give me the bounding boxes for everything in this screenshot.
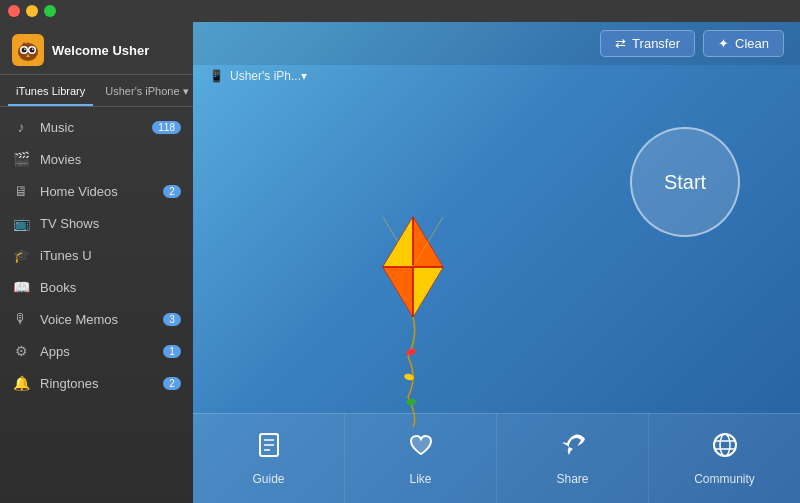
guide-icon [255,431,283,466]
sidebar-item-movies[interactable]: 🎬 Movies [0,143,193,175]
sidebar-tabs: iTunes Library Usher's iPhone ▾ [0,81,193,107]
badge-home-videos: 2 [163,185,181,198]
svg-point-5 [24,48,26,50]
badge-music: 118 [152,121,181,134]
main-toolbar: ⇄ Transfer ✦ Clean [193,22,800,65]
badge-voice-memos: 3 [163,313,181,326]
svg-marker-14 [413,267,443,317]
device-icon: 📱 [209,69,224,83]
bottom-item-label-like: Like [409,472,431,486]
main-center: Start [193,87,800,413]
transfer-label: Transfer [632,36,680,51]
bottom-item-label-share: Share [556,472,588,486]
movies-icon: 🎬 [12,150,30,168]
apps-icon: ⚙ [12,342,30,360]
music-icon: ♪ [12,118,30,136]
tv-shows-icon: 📺 [12,214,30,232]
device-bar: 📱 Usher's iPh...▾ [193,65,800,87]
clean-label: Clean [735,36,769,51]
transfer-icon: ⇄ [615,36,626,51]
sidebar-item-label-movies: Movies [40,152,181,167]
sidebar-item-label-books: Books [40,280,181,295]
sidebar-item-label-ringtones: Ringtones [40,376,153,391]
app-title: Welcome Usher [52,43,149,58]
bottom-item-like[interactable]: Like [345,414,497,503]
books-icon: 📖 [12,278,30,296]
sidebar-item-voice-memos[interactable]: 🎙 Voice Memos 3 [0,303,193,335]
close-button[interactable] [8,5,20,17]
sidebar: Welcome Usher iTunes Library Usher's iPh… [0,22,193,503]
svg-point-6 [32,48,34,50]
community-icon [711,431,739,466]
bottom-item-community[interactable]: Community [649,414,800,503]
svg-point-3 [22,48,27,53]
sidebar-item-label-voice-memos: Voice Memos [40,312,153,327]
sidebar-item-label-apps: Apps [40,344,153,359]
sidebar-item-apps[interactable]: ⚙ Apps 1 [0,335,193,367]
svg-marker-15 [383,267,413,317]
device-label: Usher's iPh...▾ [230,69,307,83]
sidebar-item-music[interactable]: ♪ Music 118 [0,111,193,143]
sidebar-item-label-itunes-u: iTunes U [40,248,181,263]
transfer-button[interactable]: ⇄ Transfer [600,30,695,57]
sidebar-item-itunes-u[interactable]: 🎓 iTunes U [0,239,193,271]
share-icon [559,431,587,466]
sidebar-item-label-music: Music [40,120,142,135]
sidebar-header: Welcome Usher [0,22,193,75]
owl-icon-svg [15,37,41,63]
svg-point-20 [406,398,417,406]
clean-button[interactable]: ✦ Clean [703,30,784,57]
sidebar-item-books[interactable]: 📖 Books [0,271,193,303]
like-icon [407,431,435,466]
badge-ringtones: 2 [163,377,181,390]
tab-itunes-library[interactable]: iTunes Library [8,81,93,106]
sidebar-item-tv-shows[interactable]: 📺 TV Shows [0,207,193,239]
tab-device[interactable]: Usher's iPhone ▾ [97,81,193,106]
kite-decoration [363,207,463,427]
bottom-item-guide[interactable]: Guide [193,414,345,503]
voice-memos-icon: 🎙 [12,310,30,328]
svg-point-4 [30,48,35,53]
bottom-item-share[interactable]: Share [497,414,649,503]
sidebar-item-ringtones[interactable]: 🔔 Ringtones 2 [0,367,193,399]
bottom-bar: Guide Like Share Community [193,413,800,503]
bottom-item-label-guide: Guide [252,472,284,486]
badge-apps: 1 [163,345,181,358]
app-logo [12,34,44,66]
svg-point-28 [720,434,730,456]
home-videos-icon: 🖥 [12,182,30,200]
svg-point-27 [714,434,736,456]
bottom-item-label-community: Community [694,472,755,486]
itunes-u-icon: 🎓 [12,246,30,264]
sidebar-item-home-videos[interactable]: 🖥 Home Videos 2 [0,175,193,207]
sidebar-item-label-home-videos: Home Videos [40,184,153,199]
main-content: ⇄ Transfer ✦ Clean 📱 Usher's iPh...▾ Sta… [193,22,800,503]
maximize-button[interactable] [44,5,56,17]
title-bar [0,0,800,22]
app-body: Welcome Usher iTunes Library Usher's iPh… [0,22,800,503]
ringtones-icon: 🔔 [12,374,30,392]
minimize-button[interactable] [26,5,38,17]
clean-icon: ✦ [718,36,729,51]
sidebar-menu: ♪ Music 118 🎬 Movies 🖥 Home Videos 2 📺 T… [0,107,193,503]
kite-svg [363,207,463,427]
sidebar-item-label-tv-shows: TV Shows [40,216,181,231]
start-button[interactable]: Start [630,127,740,237]
start-label: Start [664,171,706,194]
